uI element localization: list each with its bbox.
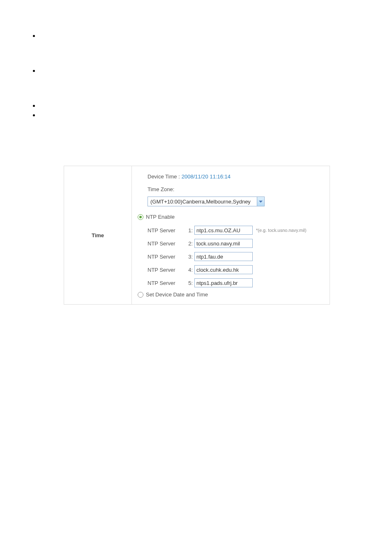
- ntp-server-label: NTP Server: [148, 267, 185, 273]
- ntp-server-num: 3:: [185, 254, 193, 260]
- manual-time-radio[interactable]: [138, 292, 143, 298]
- ntp-server-row-3: NTP Server 3:: [138, 252, 324, 261]
- panel-left: Time: [64, 166, 132, 304]
- ntp-server-row-2: NTP Server 2:: [138, 239, 324, 248]
- device-time-value: 2008/11/20 11:16:14: [182, 173, 231, 180]
- ntp-server-input-2[interactable]: [194, 239, 253, 248]
- timezone-select[interactable]: (GMT+10:00)Canberra,Melbourne,Sydney: [148, 197, 265, 206]
- ntp-server-row-5: NTP Server 5:: [138, 278, 324, 287]
- bullet-list: [33, 35, 392, 116]
- device-time-row: Device Time : 2008/11/20 11:16:14: [138, 173, 324, 180]
- timezone-selected-value: (GMT+10:00)Canberra,Melbourne,Sydney: [150, 199, 251, 205]
- ntp-server-label: NTP Server: [148, 280, 185, 286]
- ntp-server-row-1: NTP Server 1: *(e.g. tock.usno.navy.mil): [138, 226, 324, 235]
- bullet-icon: [33, 105, 35, 107]
- ntp-server-num: 2:: [185, 240, 193, 247]
- ntp-enable-row: NTP Enable: [138, 214, 324, 220]
- ntp-server-input-4[interactable]: [194, 265, 253, 274]
- timezone-label: Time Zone:: [148, 186, 174, 192]
- bullet-icon: [33, 70, 35, 72]
- ntp-server-hint: *(e.g. tock.usno.navy.mil): [256, 228, 307, 233]
- section-title: Time: [92, 232, 104, 238]
- ntp-server-num: 1:: [185, 227, 193, 234]
- time-settings-panel: Time Device Time : 2008/11/20 11:16:14 T…: [64, 166, 330, 305]
- bullet-icon: [33, 114, 35, 116]
- bullet-icon: [33, 35, 35, 37]
- ntp-server-input-5[interactable]: [194, 278, 253, 287]
- panel-right: Device Time : 2008/11/20 11:16:14 Time Z…: [132, 166, 330, 304]
- ntp-server-input-3[interactable]: [194, 252, 253, 261]
- ntp-server-label: NTP Server: [148, 240, 185, 247]
- manual-time-row: Set Device Date and Time: [138, 291, 324, 298]
- device-time-label: Device Time :: [148, 173, 180, 180]
- ntp-server-label: NTP Server: [148, 254, 185, 260]
- ntp-server-num: 4:: [185, 267, 193, 273]
- manual-time-label[interactable]: Set Device Date and Time: [146, 291, 208, 298]
- chevron-down-icon: [257, 197, 264, 206]
- timezone-label-row: Time Zone:: [138, 186, 324, 192]
- ntp-server-num: 5:: [185, 280, 193, 286]
- ntp-server-input-1[interactable]: [194, 226, 253, 235]
- ntp-enable-label[interactable]: NTP Enable: [146, 214, 175, 220]
- ntp-enable-radio[interactable]: [138, 214, 143, 220]
- ntp-server-row-4: NTP Server 4:: [138, 265, 324, 274]
- ntp-server-label: NTP Server: [148, 227, 185, 234]
